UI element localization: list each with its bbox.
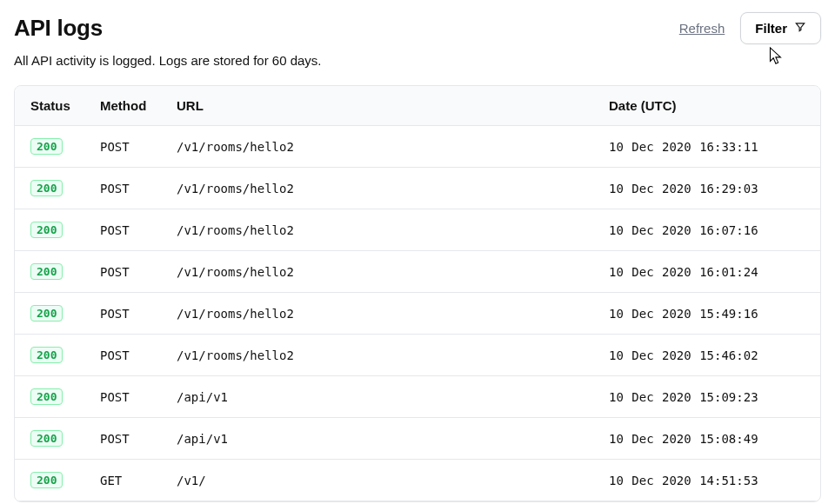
header-actions: Refresh Filter: [679, 12, 821, 44]
cell-method: POST: [100, 432, 177, 446]
status-badge: 200: [30, 138, 63, 155]
cell-method: GET: [100, 474, 177, 487]
col-header-url: URL: [177, 98, 609, 113]
cell-method: POST: [100, 348, 177, 362]
col-header-date: Date (UTC): [609, 98, 805, 113]
cell-status: 200: [30, 388, 100, 405]
filter-button[interactable]: Filter: [740, 12, 821, 44]
cell-date: 10 Dec 2020 16:33:11: [609, 140, 805, 154]
cell-url: /v1/rooms/hello2: [177, 182, 609, 196]
cell-date: 10 Dec 2020 15:46:02: [609, 348, 805, 362]
table-row[interactable]: 200POST/v1/rooms/hello210 Dec 2020 16:29…: [15, 168, 820, 209]
cell-status: 200: [30, 138, 100, 155]
status-badge: 200: [30, 222, 63, 238]
col-header-method: Method: [100, 98, 177, 113]
cell-date: 10 Dec 2020 16:29:03: [609, 182, 805, 196]
cell-url: /v1/rooms/hello2: [177, 348, 609, 362]
cell-method: POST: [100, 390, 177, 404]
table-row[interactable]: 200POST/v1/rooms/hello210 Dec 2020 16:33…: [15, 126, 820, 168]
cell-url: /v1/rooms/hello2: [177, 307, 609, 321]
cell-date: 10 Dec 2020 15:09:23: [609, 390, 805, 404]
cell-status: 200: [30, 347, 100, 363]
status-badge: 200: [30, 388, 63, 405]
cell-method: POST: [100, 223, 177, 237]
table-row[interactable]: 200POST/v1/rooms/hello210 Dec 2020 16:01…: [15, 251, 820, 293]
cell-url: /api/v1: [177, 432, 609, 446]
cell-status: 200: [30, 430, 100, 447]
filter-icon: [794, 21, 806, 36]
col-header-status: Status: [30, 98, 100, 113]
cell-method: POST: [100, 307, 177, 321]
cell-status: 200: [30, 222, 100, 238]
cell-status: 200: [30, 180, 100, 196]
cell-url: /v1/rooms/hello2: [177, 265, 609, 279]
cell-date: 10 Dec 2020 14:51:53: [609, 474, 805, 487]
cell-url: /v1/: [177, 474, 609, 487]
cell-url: /v1/rooms/hello2: [177, 223, 609, 237]
page-title: API logs: [14, 15, 103, 42]
cell-url: /api/v1: [177, 390, 609, 404]
cell-method: POST: [100, 182, 177, 196]
table-row[interactable]: 200POST/v1/rooms/hello210 Dec 2020 16:07…: [15, 209, 820, 251]
status-badge: 200: [30, 347, 63, 363]
status-badge: 200: [30, 472, 63, 488]
table-row[interactable]: 200GET/v1/10 Dec 2020 14:51:53: [15, 460, 820, 501]
cell-date: 10 Dec 2020 16:07:16: [609, 223, 805, 237]
table-row[interactable]: 200POST/v1/rooms/hello210 Dec 2020 15:49…: [15, 293, 820, 335]
cell-url: /v1/rooms/hello2: [177, 140, 609, 154]
cell-date: 10 Dec 2020 15:08:49: [609, 432, 805, 446]
table-header: Status Method URL Date (UTC): [15, 86, 820, 126]
cell-method: POST: [100, 140, 177, 154]
cell-status: 200: [30, 305, 100, 322]
subtitle: All API activity is logged. Logs are sto…: [14, 53, 821, 68]
table-row[interactable]: 200POST/api/v110 Dec 2020 15:09:23: [15, 376, 820, 418]
status-badge: 200: [30, 430, 63, 447]
status-badge: 200: [30, 263, 63, 280]
table-row[interactable]: 200POST/api/v110 Dec 2020 15:08:49: [15, 418, 820, 460]
api-logs-table: Status Method URL Date (UTC) 200POST/v1/…: [14, 85, 821, 502]
refresh-link[interactable]: Refresh: [679, 21, 725, 36]
table-row[interactable]: 200POST/v1/rooms/hello210 Dec 2020 15:46…: [15, 335, 820, 376]
filter-button-label: Filter: [755, 21, 787, 36]
status-badge: 200: [30, 180, 63, 196]
cell-method: POST: [100, 265, 177, 279]
status-badge: 200: [30, 305, 63, 322]
cell-status: 200: [30, 472, 100, 488]
cell-date: 10 Dec 2020 15:49:16: [609, 307, 805, 321]
cell-date: 10 Dec 2020 16:01:24: [609, 265, 805, 279]
cell-status: 200: [30, 263, 100, 280]
